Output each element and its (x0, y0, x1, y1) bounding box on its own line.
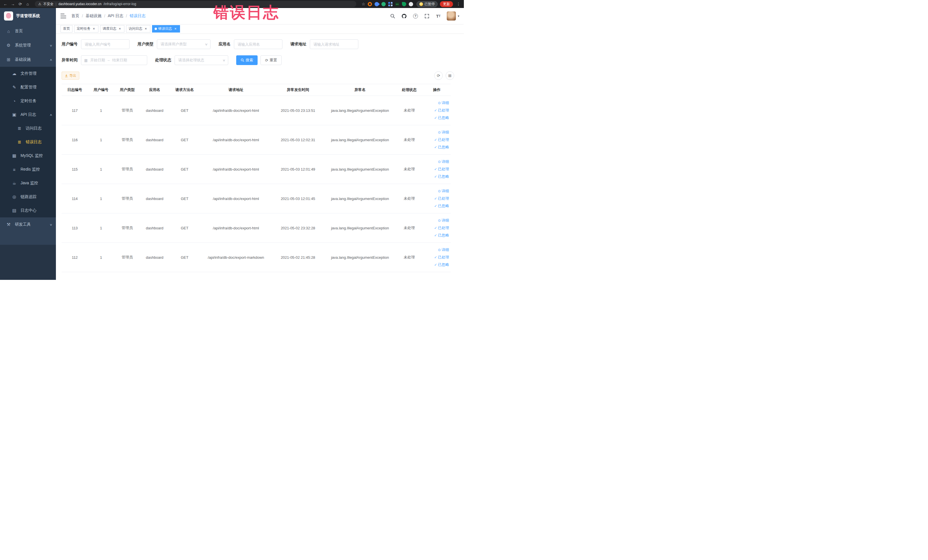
extension-icon[interactable] (409, 2, 413, 6)
extension-icon[interactable] (388, 2, 392, 6)
cell-time: 2021-05-03 12:02:31 (272, 125, 324, 155)
bookmark-star-icon[interactable]: ☆ (360, 1, 366, 7)
breadcrumb-api-logs[interactable]: API 日志 (108, 14, 123, 18)
mark-processed-link[interactable]: ✓已处理 (424, 165, 449, 173)
forward-icon[interactable]: → (10, 1, 16, 7)
detail-link[interactable]: ⊙详细 (424, 188, 449, 195)
breadcrumb-home[interactable]: 首页 (71, 14, 79, 18)
detail-link[interactable]: ⊙详细 (424, 158, 449, 165)
extension-icon[interactable] (402, 2, 406, 6)
detail-link[interactable]: ⊙详细 (424, 129, 449, 136)
search-icon[interactable] (390, 13, 395, 19)
chrome-update-button[interactable]: 更新 (440, 1, 453, 7)
close-icon[interactable]: × (144, 27, 148, 31)
exception-time-range-picker[interactable]: ▦ 开始日期 – 结束日期 (81, 55, 147, 65)
caret-down-icon: ▾ (458, 14, 459, 18)
sidebar-item-dev-tools[interactable]: ⚒ 研发工具 ∨ (0, 217, 56, 232)
tools-icon: ⚒ (6, 222, 11, 227)
tab-scheduled-jobs[interactable]: 定时任务 × (74, 25, 98, 32)
paused-label: 已暂停 (424, 2, 435, 6)
close-icon[interactable]: × (174, 27, 177, 31)
logo[interactable]: 芋道管理系统 (0, 8, 56, 24)
sidebar-item-home[interactable]: ⌂ 首页 (0, 24, 56, 38)
extension-icon[interactable] (368, 2, 372, 6)
hamburger-icon[interactable] (61, 14, 66, 18)
infrastructure-icon: ⊞ (6, 57, 11, 62)
refresh-icon[interactable]: ⟳ (434, 71, 443, 80)
sidebar-item-file-management[interactable]: ☁ 文件管理 (0, 67, 56, 81)
breadcrumb-infrastructure[interactable]: 基础设施 (85, 14, 102, 18)
check-icon: ✓ (434, 175, 437, 179)
process-status-select[interactable]: 请选择处理状态 ∨ (175, 55, 228, 65)
cell-actions: ⊙详细 ✓已处理 ✓已忽略 (423, 184, 451, 214)
mark-ignored-link[interactable]: ✓已忽略 (424, 173, 449, 180)
sidebar-item-java-monitor[interactable]: ☕ Java 监控 (0, 176, 56, 190)
avatar (447, 11, 456, 21)
eye-icon: ⊙ (438, 248, 441, 252)
sidebar-item-redis-monitor[interactable]: ≡ Redis 监控 (0, 163, 56, 176)
sidebar-item-api-logs[interactable]: ▣ API 日志 ∧ (0, 108, 56, 122)
mark-processed-link[interactable]: ✓已处理 (424, 224, 449, 232)
user-menu[interactable]: ▾ (447, 11, 459, 21)
tab-home[interactable]: 首页 (61, 25, 72, 32)
user-id-input[interactable] (81, 40, 130, 49)
mark-ignored-link[interactable]: ✓已忽略 (424, 143, 449, 151)
mark-ignored-link[interactable]: ✓已忽略 (424, 202, 449, 210)
eye-icon: ⊙ (438, 218, 441, 223)
tab-job-log[interactable]: 调度日志 × (100, 25, 124, 32)
export-button[interactable]: 导出 (62, 72, 79, 79)
sidebar-background (0, 245, 56, 280)
sidebar-item-log-center[interactable]: ▤ 日志中心 (0, 204, 56, 217)
sidebar-item-system-management[interactable]: ⚙ 系统管理 ∨ (0, 38, 56, 52)
mark-processed-link[interactable]: ✓已处理 (424, 136, 449, 143)
search-button[interactable]: 搜索 (236, 55, 258, 65)
cell-user-id: 1 (88, 214, 114, 243)
mark-processed-link[interactable]: ✓已处理 (424, 253, 449, 261)
detail-link[interactable]: ⊙详细 (424, 217, 449, 224)
mark-ignored-link[interactable]: ✓已忽略 (424, 261, 449, 269)
sidebar-item-mysql-monitor[interactable]: ▦ MySQL 监控 (0, 149, 56, 163)
sidebar-item-infrastructure[interactable]: ⊞ 基础设施 ∧ (0, 52, 56, 67)
mark-processed-link[interactable]: ✓已处理 (424, 107, 449, 114)
cell-status: 未处理 (396, 125, 423, 155)
home-icon[interactable]: ⌂ (24, 1, 31, 7)
mark-processed-link[interactable]: ✓已处理 (424, 195, 449, 202)
detail-link[interactable]: ⊙详细 (424, 99, 449, 107)
tab-access-log[interactable]: 访问日志 × (126, 25, 150, 32)
sidebar-item-config-management[interactable]: ✎ 配置管理 (0, 81, 56, 94)
profile-paused-badge[interactable]: 已暂停 (417, 1, 438, 7)
extension-icon[interactable] (374, 1, 380, 7)
help-icon[interactable]: ? (412, 13, 418, 19)
eye-icon: ⊙ (438, 101, 441, 105)
not-secure-warning-icon: ⚠ (38, 2, 41, 6)
user-type-select[interactable]: 请选择用户类型 ∨ (157, 40, 211, 49)
back-icon[interactable]: ← (2, 1, 9, 7)
fullscreen-icon[interactable] (424, 13, 430, 19)
github-icon[interactable] (401, 13, 407, 19)
mark-ignored-link[interactable]: ✓已忽略 (424, 232, 449, 239)
close-icon[interactable]: × (118, 27, 122, 31)
sidebar-item-access-log[interactable]: ≣ 访问日志 (0, 122, 56, 135)
close-icon[interactable]: × (92, 27, 96, 31)
detail-link[interactable]: ⊙详细 (424, 246, 449, 253)
reset-button[interactable]: ⟳ 重置 (261, 55, 282, 65)
tab-error-log[interactable]: 错误日志 × (152, 25, 180, 32)
address-bar[interactable]: ⚠ 不安全 | dashboard.yudao.iocoder.cn/infra… (35, 1, 356, 7)
extension-icon[interactable] (382, 2, 386, 6)
extension-icon[interactable]: on (395, 2, 399, 6)
sidebar-item-scheduled-jobs[interactable]: ◔ 定时任务 (0, 94, 56, 108)
cell-user-id: 1 (88, 155, 114, 184)
app-name-input[interactable] (234, 40, 282, 49)
column-settings-icon[interactable]: ⊞ (446, 71, 454, 80)
cell-request-url: /api/infra/db-doc/export-markdown (200, 243, 272, 272)
cell-method: GET (169, 96, 200, 125)
request-url-input[interactable] (310, 40, 358, 49)
sidebar-item-trace[interactable]: ◎ 链路追踪 (0, 190, 56, 204)
sidebar-item-error-log[interactable]: ≣ 错误日志 (0, 135, 56, 149)
cell-actions: ⊙详细 ✓已处理 ✓已忽略 (423, 243, 451, 272)
browser-menu-icon[interactable]: ⋮ (455, 1, 462, 7)
font-size-icon[interactable]: TT (435, 13, 441, 19)
cell-request-url: /api/infra/db-doc/export-html (200, 214, 272, 243)
reload-icon[interactable]: ⟳ (17, 1, 23, 7)
mark-ignored-link[interactable]: ✓已忽略 (424, 114, 449, 122)
